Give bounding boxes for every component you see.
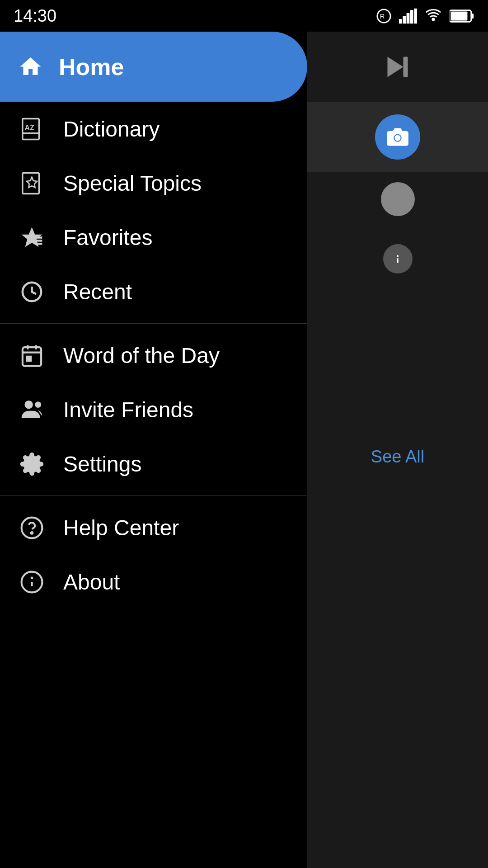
- help-center-menu-item[interactable]: Help Center: [0, 500, 307, 555]
- registered-icon: R: [376, 8, 392, 24]
- svg-point-28: [21, 517, 42, 538]
- wifi-icon: [424, 8, 442, 24]
- right-content-panel: See All: [307, 32, 488, 868]
- right-panel-card-6: [307, 533, 488, 637]
- help-icon: [18, 515, 45, 540]
- record-button[interactable]: [381, 182, 415, 216]
- status-icons: R: [376, 8, 474, 24]
- svg-rect-21: [22, 347, 41, 366]
- svg-rect-4: [407, 13, 410, 23]
- svg-point-7: [432, 18, 434, 20]
- right-panel-card-1: [307, 32, 488, 102]
- dictionary-label: Dictionary: [63, 117, 160, 142]
- favorites-menu-item[interactable]: Favorites: [0, 210, 307, 264]
- home-icon: [18, 54, 43, 79]
- svg-text:AZ: AZ: [24, 123, 34, 131]
- right-panel-card-3: [307, 172, 488, 226]
- dictionary-icon: AZ: [18, 117, 45, 142]
- about-icon: [18, 570, 45, 594]
- settings-icon: [18, 452, 45, 476]
- menu-divider-1: [0, 323, 307, 324]
- home-menu-item[interactable]: Home: [0, 32, 307, 102]
- invite-friends-label: Invite Friends: [63, 397, 193, 422]
- play-store-icon: [384, 53, 411, 80]
- svg-point-35: [395, 135, 401, 141]
- svg-point-29: [31, 532, 33, 534]
- see-all-label[interactable]: See All: [371, 447, 424, 467]
- menu-list: AZ Dictionary Special Topics: [0, 102, 307, 868]
- recent-label: Recent: [63, 279, 132, 304]
- settings-menu-item[interactable]: Settings: [0, 437, 307, 491]
- svg-point-27: [35, 401, 41, 408]
- svg-rect-2: [399, 19, 402, 24]
- right-panel-card-7: [307, 637, 488, 868]
- right-panel-card-2: [307, 102, 488, 172]
- right-panel-see-all-area: See All: [307, 380, 488, 533]
- svg-rect-5: [410, 10, 413, 24]
- special-topics-label: Special Topics: [63, 171, 202, 196]
- favorites-icon: [18, 225, 45, 250]
- help-center-label: Help Center: [63, 515, 179, 540]
- info-circle-icon: [383, 244, 413, 274]
- status-time: 14:30: [14, 6, 56, 26]
- favorites-label: Favorites: [63, 225, 152, 250]
- word-of-the-day-menu-item[interactable]: Word of the Day: [0, 328, 307, 382]
- word-of-day-icon: [18, 343, 45, 368]
- dictionary-menu-item[interactable]: AZ Dictionary: [0, 102, 307, 156]
- svg-rect-3: [403, 16, 406, 24]
- svg-rect-25: [27, 356, 31, 360]
- camera-button[interactable]: [375, 114, 420, 160]
- about-menu-item[interactable]: About: [0, 555, 307, 609]
- recent-icon: [18, 279, 45, 304]
- menu-divider-2: [0, 495, 307, 496]
- right-panel-card-4: [307, 226, 488, 380]
- svg-marker-15: [27, 177, 37, 187]
- invite-friends-icon: [18, 397, 45, 422]
- recent-menu-item[interactable]: Recent: [0, 264, 307, 319]
- invite-friends-menu-item[interactable]: Invite Friends: [0, 382, 307, 437]
- svg-rect-9: [471, 14, 474, 19]
- battery-icon: [450, 8, 474, 24]
- special-topics-icon: [18, 171, 45, 196]
- word-of-day-label: Word of the Day: [63, 343, 220, 368]
- home-label: Home: [59, 53, 124, 80]
- svg-rect-14: [22, 173, 39, 193]
- special-topics-menu-item[interactable]: Special Topics: [0, 156, 307, 210]
- status-bar: 14:30 R: [0, 0, 488, 32]
- svg-point-26: [24, 400, 33, 408]
- signal-icon: [399, 8, 417, 24]
- main-layout: Home AZ Dictionary: [0, 32, 488, 868]
- svg-rect-6: [414, 8, 417, 23]
- navigation-drawer: Home AZ Dictionary: [0, 32, 307, 868]
- svg-text:R: R: [380, 13, 385, 20]
- settings-label: Settings: [63, 452, 141, 476]
- svg-rect-10: [451, 11, 468, 20]
- about-label: About: [63, 570, 120, 594]
- svg-rect-33: [404, 57, 408, 77]
